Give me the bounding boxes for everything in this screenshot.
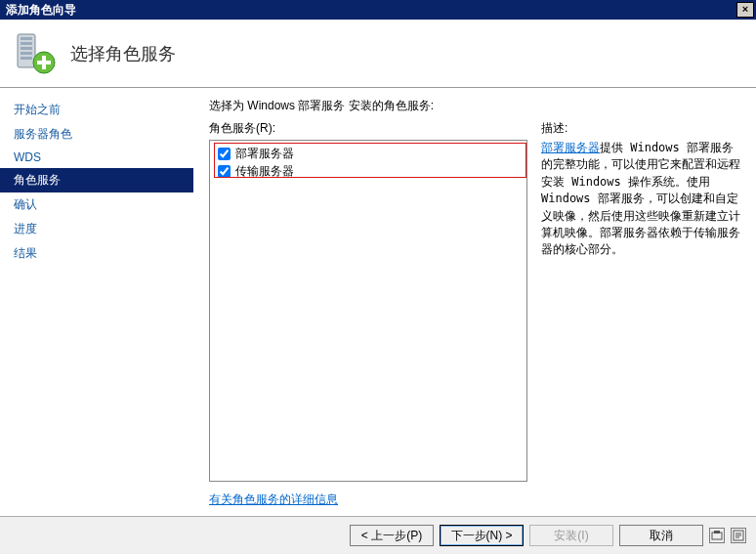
nav-item-results[interactable]: 结果 [0, 241, 193, 266]
description-link[interactable]: 部署服务器 [541, 141, 600, 154]
svg-rect-1 [21, 37, 32, 40]
nav-item-wds[interactable]: WDS [0, 147, 193, 168]
role-label: 传输服务器 [235, 163, 294, 180]
footer: < 上一步(P) 下一步(N) > 安装(I) 取消 [0, 517, 756, 554]
next-button[interactable]: 下一步(N) > [440, 525, 524, 546]
svg-rect-5 [21, 57, 32, 60]
role-list-column: 角色服务(R): 部署服务器 传输服务器 有关角色服务的详细信息 [209, 120, 527, 508]
window-title: 添加角色向导 [6, 0, 76, 20]
prev-button[interactable]: < 上一步(P) [350, 525, 434, 546]
description-text: 部署服务器提供 Windows 部署服务的完整功能，可以使用它来配置和远程安装 … [541, 140, 740, 259]
svg-rect-8 [37, 61, 51, 64]
more-info-link[interactable]: 有关角色服务的详细信息 [209, 491, 527, 508]
context-help-icon[interactable] [709, 528, 725, 543]
svg-rect-9 [712, 533, 722, 539]
nav-item-server-roles[interactable]: 服务器角色 [0, 122, 193, 147]
nav-item-before[interactable]: 开始之前 [0, 98, 193, 122]
instruction-text: 选择为 Windows 部署服务 安装的角色服务: [209, 98, 740, 114]
description-label: 描述: [541, 120, 740, 137]
svg-rect-3 [21, 47, 32, 50]
svg-rect-4 [21, 52, 32, 55]
nav-item-confirm[interactable]: 确认 [0, 192, 193, 217]
columns: 角色服务(R): 部署服务器 传输服务器 有关角色服务的详细信息 描述: [209, 120, 740, 508]
content-area: 开始之前 服务器角色 WDS 角色服务 确认 进度 结果 选择为 Windows… [0, 88, 756, 516]
install-button: 安装(I) [529, 525, 613, 546]
main-panel: 选择为 Windows 部署服务 安装的角色服务: 角色服务(R): 部署服务器… [193, 88, 756, 516]
role-item-deployment-server[interactable]: 部署服务器 [216, 145, 521, 162]
checkbox-deployment-server[interactable] [218, 148, 231, 160]
server-role-icon [12, 30, 59, 77]
nav-item-progress[interactable]: 进度 [0, 217, 193, 241]
description-body: 提供 Windows 部署服务的完整功能，可以使用它来配置和远程安装 Windo… [541, 141, 740, 256]
close-button[interactable]: × [736, 2, 754, 18]
title-bar: 添加角色向导 × [0, 0, 756, 20]
cancel-button[interactable]: 取消 [619, 525, 703, 546]
role-item-transport-server[interactable]: 传输服务器 [216, 162, 521, 180]
description-column: 描述: 部署服务器提供 Windows 部署服务的完整功能，可以使用它来配置和远… [541, 120, 740, 508]
wizard-nav: 开始之前 服务器角色 WDS 角色服务 确认 进度 结果 [0, 88, 193, 516]
help-icon[interactable] [731, 528, 746, 543]
svg-rect-2 [21, 42, 32, 45]
role-list-label: 角色服务(R): [209, 120, 527, 137]
role-services-listbox[interactable]: 部署服务器 传输服务器 [209, 140, 527, 482]
wizard-header: 选择角色服务 [0, 20, 756, 88]
svg-rect-10 [714, 531, 720, 534]
role-label: 部署服务器 [235, 146, 294, 162]
checkbox-transport-server[interactable] [218, 165, 231, 178]
page-title: 选择角色服务 [70, 42, 176, 65]
nav-item-role-services[interactable]: 角色服务 [0, 168, 193, 192]
